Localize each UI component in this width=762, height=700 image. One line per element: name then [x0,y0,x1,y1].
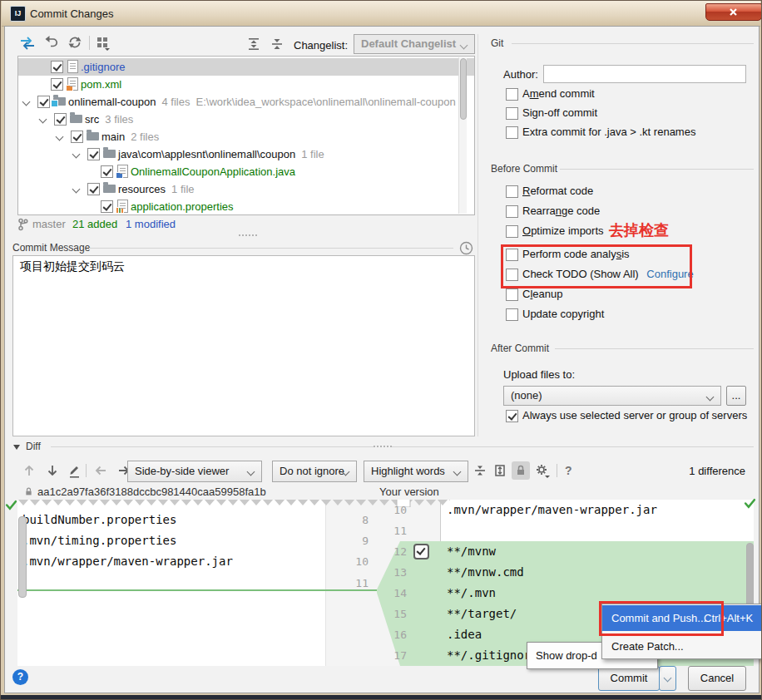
upload-files-label: Upload files to: [503,368,575,381]
close-icon [729,7,738,17]
tree-row-src[interactable]: src 3 files [18,111,474,128]
checkbox[interactable] [51,61,63,73]
expanded-chevron-icon[interactable] [22,98,31,106]
previous-difference-icon[interactable] [22,464,36,477]
base-revision-hash: aa1c2a97fa36f3188dccbc981440caa59958fa1b [37,486,266,498]
checkbox[interactable] [51,78,63,91]
help-icon[interactable]: ? [565,464,572,477]
compare-previous-icon[interactable] [94,464,107,477]
module-path: E:\work\idea_workspace\onlinemall\online… [195,93,455,111]
always-use-server-checkbox[interactable] [506,410,518,422]
expanded-chevron-icon[interactable] [56,133,64,141]
close-button[interactable] [705,3,762,21]
group-by-icon[interactable] [96,36,111,51]
commit-message-input[interactable]: 项目初始提交到码云 [12,255,475,436]
tree-row-gitignore[interactable]: .gitignore [18,58,474,76]
next-difference-icon[interactable] [46,464,59,477]
collapse-unchanged-icon[interactable] [473,464,487,477]
help-button[interactable]: ? [12,669,28,685]
tree-row-resources[interactable]: resources 1 file [18,180,474,198]
window-title: Commit Changes [30,7,113,20]
message-history-icon[interactable] [459,241,473,255]
include-change-checkbox[interactable] [413,544,429,560]
rearrange-code-label: Rearrange code [522,205,600,217]
optimize-imports-checkbox[interactable] [506,225,518,238]
code-line: **/mvnw [447,541,496,562]
file-name: OnlinemallCouponApplication.java [131,163,295,180]
collapse-all-icon[interactable] [270,37,284,51]
changelist-label: Changelist: [294,39,348,52]
toolbar-separator [89,36,90,50]
separator-line [89,248,453,249]
chevron-down-icon [247,468,255,476]
menu-item-create-patch[interactable]: Create Patch... [602,634,762,658]
checkbox[interactable] [101,200,113,213]
checkbox[interactable] [87,183,100,195]
synchronize-scrolling-icon[interactable] [493,464,507,477]
folder-icon [70,115,82,123]
diff-collapse-icon[interactable] [13,445,20,450]
refresh-icon[interactable] [67,35,82,50]
jump-to-source-icon[interactable] [67,463,81,478]
rollback-icon[interactable] [44,35,59,50]
tree-row-java-package[interactable]: java\com\applesnt\onlinemall\coupon 1 fi… [18,145,474,163]
author-input[interactable] [543,65,746,83]
difference-count: 1 difference [583,465,745,477]
folder-name: java\com\applesnt\onlinemall\coupon [118,145,295,163]
changelist-select[interactable]: Default Changelist [354,34,475,54]
cancel-button[interactable]: Cancel [688,666,746,691]
upload-server-value: (none) [511,389,542,402]
menu-item-label: Create Patch... [611,640,684,653]
changes-tree[interactable]: .gitignore pom.xml onlinemall-coupon 4 f… [17,56,475,215]
sign-off-commit-label: Sign-off commit [522,106,597,119]
cleanup-checkbox[interactable] [506,288,518,301]
viewer-mode-select[interactable]: Side-by-side viewer [127,461,262,482]
update-copyright-checkbox[interactable] [506,308,518,321]
expanded-chevron-icon[interactable] [72,185,81,194]
checkbox[interactable] [87,148,100,160]
git-branch-icon [17,218,29,231]
rearrange-code-checkbox[interactable] [506,205,518,218]
reformat-code-checkbox[interactable] [506,185,518,198]
refresh-changes-icon[interactable] [19,36,36,51]
expanded-chevron-icon[interactable] [39,116,47,124]
line-number: 14 [380,583,407,604]
tree-row-pom[interactable]: pom.xml [18,76,474,93]
commit-button[interactable]: Commit [598,666,660,691]
left-pane-scrollbar[interactable] [18,516,27,598]
file-name: pom.xml [81,76,121,93]
expand-all-icon[interactable] [247,37,260,51]
checkbox[interactable] [37,96,50,108]
tree-row-main[interactable]: main 2 files [18,128,474,145]
commit-message-title: Commit Message [12,242,90,254]
tree-row-module[interactable]: onlinemall-coupon 4 files E:\work\idea_w… [18,93,474,111]
highlight-mode-select[interactable]: Highlight words [364,461,468,482]
tree-row-application-java[interactable]: OnlinemallCouponApplication.java [18,163,474,180]
file-count: 1 file [301,145,324,163]
extra-commit-checkbox[interactable] [506,126,518,139]
chevron-down-icon [664,674,672,683]
browse-servers-button[interactable]: ... [726,386,746,406]
splitter-grip[interactable] [239,234,257,236]
panel-divider[interactable] [477,34,478,436]
chevron-down-icon [706,393,715,402]
tree-scrollbar[interactable] [458,57,467,214]
title-bar[interactable]: IJ Commit Changes [2,1,760,27]
upload-server-select[interactable]: (none) [503,386,721,406]
amend-commit-checkbox[interactable] [506,88,518,101]
sign-off-commit-checkbox[interactable] [506,107,518,120]
tree-row-application-properties[interactable]: application.properties [18,198,474,215]
splitter-grip[interactable] [374,446,392,447]
before-commit-title: Before Commit [491,163,557,175]
expanded-chevron-icon[interactable] [72,150,81,159]
checkbox[interactable] [54,113,67,126]
readonly-lock-icon [24,486,33,497]
checkbox[interactable] [71,131,83,143]
whitespace-select[interactable]: Do not ignore [272,461,357,482]
commit-dropdown-button[interactable] [659,666,676,691]
gear-icon[interactable] [535,463,550,478]
checkbox[interactable] [101,165,113,178]
lock-toggle[interactable] [512,461,530,480]
code-line: buildNumber.properties [22,510,176,530]
file-count: 1 file [171,180,194,198]
